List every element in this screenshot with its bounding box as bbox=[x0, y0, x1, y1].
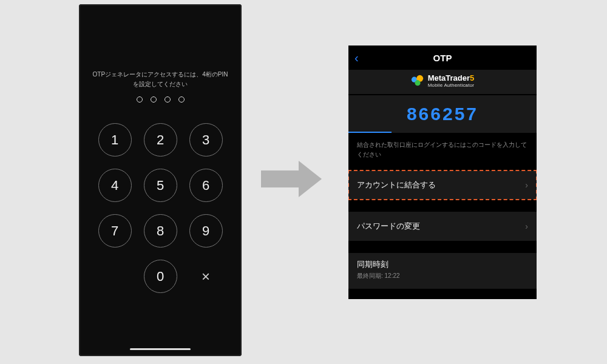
section-gap bbox=[348, 241, 537, 253]
otp-code-display: 866257 bbox=[348, 95, 537, 133]
keypad: 1 2 3 4 5 6 7 8 9 0 × bbox=[98, 123, 223, 293]
keypad-6[interactable]: 6 bbox=[189, 169, 223, 202]
otp-screen: ‹ OTP MetaTrader5 Mobile Authenticator 8… bbox=[348, 46, 537, 299]
nav-title: OTP bbox=[433, 53, 452, 63]
pin-dot bbox=[178, 96, 185, 103]
brand-text: MetaTrader5 Mobile Authenticator bbox=[428, 73, 475, 88]
pin-dot bbox=[164, 96, 171, 103]
chevron-right-icon: › bbox=[525, 221, 528, 231]
pin-entry-screen: OTPジェネレータにアクセスするには、4桁のPINを設定してください 1 2 3… bbox=[79, 4, 242, 356]
bind-account-label: アカウントに結合する bbox=[357, 180, 436, 190]
chevron-right-icon: › bbox=[525, 180, 528, 190]
pin-dots bbox=[79, 96, 242, 103]
sync-time-row[interactable]: 同期時刻 最終同期: 12:22 bbox=[348, 253, 537, 289]
keypad-9[interactable]: 9 bbox=[189, 214, 223, 248]
keypad-7[interactable]: 7 bbox=[98, 214, 132, 248]
keypad-1[interactable]: 1 bbox=[98, 123, 132, 157]
change-password-row[interactable]: パスワードの変更 › bbox=[348, 212, 537, 241]
home-indicator[interactable] bbox=[130, 348, 191, 351]
keypad-delete[interactable]: × bbox=[189, 260, 223, 293]
otp-hint-text: 結合された取引口座にログインするにはこのコードを入力してください bbox=[348, 133, 537, 170]
keypad-4[interactable]: 4 bbox=[98, 169, 132, 202]
bind-account-row[interactable]: アカウントに結合する › bbox=[348, 170, 537, 200]
change-password-label: パスワードの変更 bbox=[357, 221, 420, 232]
keypad-8[interactable]: 8 bbox=[144, 214, 177, 248]
keypad-0[interactable]: 0 bbox=[144, 260, 177, 293]
brand-header: MetaTrader5 Mobile Authenticator bbox=[348, 70, 537, 94]
sync-last: 最終同期: 12:22 bbox=[357, 272, 528, 280]
arrow-right-icon bbox=[261, 161, 328, 197]
brand-subtitle: Mobile Authenticator bbox=[428, 83, 475, 88]
pin-prompt-text: OTPジェネレータにアクセスするには、4桁のPINを設定してください bbox=[79, 70, 242, 89]
pin-dot bbox=[137, 96, 143, 103]
keypad-3[interactable]: 3 bbox=[189, 123, 223, 157]
keypad-2[interactable]: 2 bbox=[144, 123, 177, 157]
metatrader-logo-icon bbox=[411, 74, 424, 87]
brand-suffix: 5 bbox=[470, 73, 474, 83]
brand-name: MetaTrader bbox=[428, 73, 470, 83]
keypad-5[interactable]: 5 bbox=[144, 169, 177, 202]
section-gap bbox=[348, 200, 537, 212]
pin-dot bbox=[151, 96, 157, 103]
nav-bar: ‹ OTP bbox=[348, 46, 537, 70]
sync-title: 同期時刻 bbox=[357, 259, 528, 270]
back-button[interactable]: ‹ bbox=[354, 51, 359, 65]
svg-point-2 bbox=[415, 80, 420, 86]
